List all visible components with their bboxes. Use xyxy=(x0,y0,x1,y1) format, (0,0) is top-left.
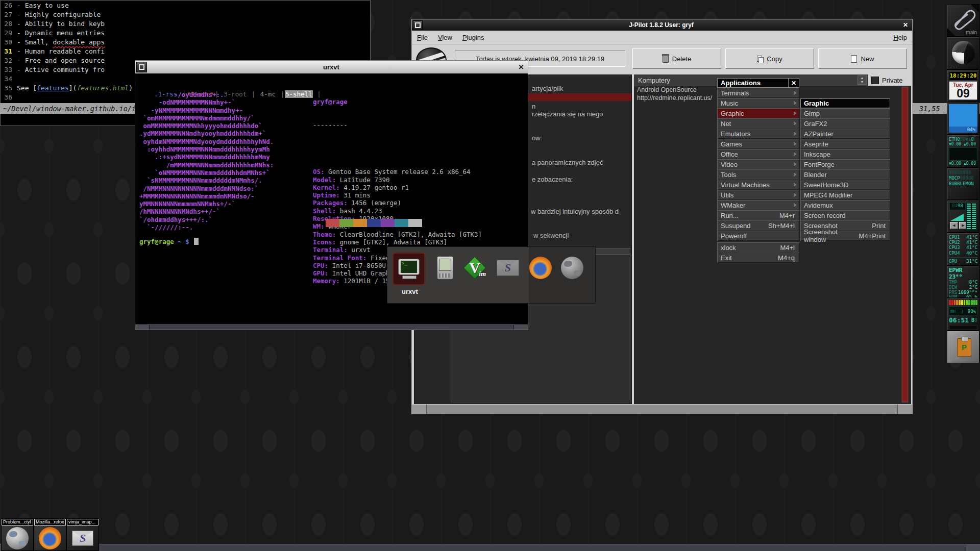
delete-button[interactable]: Delete xyxy=(632,48,721,69)
menu-item[interactable]: Emulators xyxy=(717,129,799,139)
menu-item[interactable]: Terminals xyxy=(717,88,799,98)
miniaturize-button[interactable] xyxy=(413,20,423,30)
led-segment xyxy=(949,300,951,305)
copy-button[interactable]: Copy xyxy=(725,48,814,69)
menu-view[interactable]: View xyxy=(433,34,457,41)
new-button[interactable]: New xyxy=(818,48,907,69)
mixer-dockapp[interactable]: 8498 ◀ ▶ xyxy=(947,200,979,233)
menu-item[interactable]: Avidemux xyxy=(800,200,890,210)
jpilot-pda-icon[interactable] xyxy=(433,256,457,280)
line-text: - Small, dockable apps xyxy=(17,38,105,47)
resize-corner-right[interactable] xyxy=(513,325,528,330)
menu-item[interactable]: FontForge xyxy=(800,159,890,169)
menu-item[interactable]: SweetHome3D xyxy=(800,180,890,190)
led-segment xyxy=(954,300,956,305)
menu-item[interactable]: Gimp xyxy=(800,108,890,118)
clip-dockapp[interactable]: main xyxy=(947,4,979,37)
sphere-clock-dockapp[interactable]: ... xyxy=(947,37,979,69)
submenu-arrow-icon xyxy=(794,142,797,146)
menu-item[interactable]: Virtual Machines xyxy=(717,180,799,190)
menu-item[interactable]: Aseprite xyxy=(800,139,890,149)
menu-item[interactable]: Exit M4+q xyxy=(717,253,799,263)
menu-item[interactable]: Susupend Sh+M4+l xyxy=(717,220,799,231)
graphic-submenu: Graphic Gimp GraFX2 AZPainter Aseprite I… xyxy=(800,98,890,241)
bubblemon-dockapp[interactable]: X8888888 MOCP88888 BUBBLEMON xyxy=(947,167,979,200)
urxvt-window-title: urxvt xyxy=(147,63,516,71)
notes-dockapp[interactable]: P xyxy=(947,331,979,363)
menu-item[interactable]: Inkscape xyxy=(800,149,890,159)
menu-plugins[interactable]: Plugins xyxy=(457,34,489,41)
close-icon[interactable]: ✕ xyxy=(900,20,911,30)
jpilot-resizebar[interactable] xyxy=(412,404,912,414)
blue-monitor-dockapp[interactable]: 04% xyxy=(947,102,979,135)
resize-corner-left[interactable] xyxy=(135,325,150,330)
jpilot-window-title: J-Pilot 1.8.2 User: gryf xyxy=(423,21,900,29)
terminal-tab[interactable]: 5-shell xyxy=(285,90,313,98)
switcher-selected-label: urxvt xyxy=(402,288,418,295)
menu-file[interactable]: File xyxy=(412,34,433,41)
browser-globe-icon[interactable] xyxy=(560,256,584,280)
mixer-prev-button[interactable]: ◀ xyxy=(950,222,958,229)
line-text: - Ability to bind keyb xyxy=(17,19,105,29)
miniwindow-mail[interactable]: vimja_imap... S xyxy=(66,518,99,551)
line-number: 33 xyxy=(0,65,12,74)
line-number: 29 xyxy=(0,29,12,38)
switcher-selected-urxvt[interactable]: >_ xyxy=(393,253,425,285)
menu-item[interactable]: Tools xyxy=(717,169,799,180)
jpilot-titlebar[interactable]: J-Pilot 1.8.2 User: gryf ✕ xyxy=(412,19,912,31)
resize-corner-right[interactable] xyxy=(966,544,980,551)
menu-item[interactable]: Poweroff xyxy=(717,231,799,241)
menu-item[interactable]: Music xyxy=(717,98,799,108)
miniaturize-button[interactable] xyxy=(136,62,147,72)
mail-client-icon[interactable]: S xyxy=(496,256,520,280)
menu-item[interactable]: Graphic xyxy=(717,108,799,118)
network-monitor-dockapp[interactable]: ETH088▼▲8 ▼0.00 ▲0.00 ▼0.00 ▲0.00 xyxy=(947,135,979,167)
vim-resizebar[interactable] xyxy=(0,544,980,551)
menu-item[interactable]: xlock M4+l xyxy=(717,242,799,253)
scrollbar-thumb[interactable] xyxy=(902,87,908,402)
menu-item[interactable]: Video xyxy=(717,159,799,169)
menu-help[interactable]: Help xyxy=(888,34,912,41)
firefox-icon[interactable] xyxy=(529,256,552,280)
temperature-dockapp[interactable]: CPU141°CCPU241°CCPU341°CCPU440°CGPU31°C xyxy=(947,233,979,265)
miniwindow-problem[interactable]: Problem...ctyl xyxy=(1,518,34,551)
submenu-arrow-icon xyxy=(794,183,797,187)
paperclip-icon xyxy=(951,8,976,30)
memo-text-fragment: e zobaczenia: xyxy=(532,176,573,183)
weather-dockapp[interactable]: EPWR 23⁰⁰ TMP8°CDEW2°CPRS1009ʰᴾᵃHUM65 %W… xyxy=(947,265,979,298)
menu-item[interactable]: Office xyxy=(717,149,799,159)
spinner-control[interactable]: ▲▼ xyxy=(857,76,867,85)
menu-item[interactable]: Screenshot window M4+Print xyxy=(800,231,890,241)
menu-item[interactable]: MPEG4 Modifier xyxy=(800,190,890,200)
terminal-tab[interactable]: | xyxy=(280,90,285,98)
menu-item[interactable]: Utils xyxy=(717,190,799,200)
applications-menu-title[interactable]: Applications xyxy=(717,78,789,88)
menu-item[interactable]: GraFX2 xyxy=(800,118,890,129)
led-segment xyxy=(971,300,973,305)
calendar-clock-dockapp[interactable]: 18:29:20 Tue, Apr 09 xyxy=(947,69,979,102)
vim-icon[interactable]: Vim xyxy=(463,256,486,280)
resize-corner-right[interactable] xyxy=(897,405,912,414)
close-icon[interactable]: ✕ xyxy=(789,78,799,88)
close-icon[interactable]: ✕ xyxy=(516,62,527,72)
graphic-submenu-title[interactable]: Graphic xyxy=(800,98,890,108)
menu-item[interactable]: AZPainter xyxy=(800,129,890,139)
menu-item[interactable]: Screen record xyxy=(800,210,890,220)
volume-wedge[interactable] xyxy=(950,214,964,221)
resize-corner-left[interactable] xyxy=(412,405,427,414)
battery-dockapp[interactable]: 90% 06:51 B8 xyxy=(947,298,979,331)
menu-item[interactable]: Run... M4+r xyxy=(717,210,799,220)
urxvt-titlebar[interactable]: urxvt ✕ xyxy=(135,61,528,73)
clipboard-icon: P xyxy=(957,338,971,357)
color-swatch xyxy=(339,219,353,227)
menu-item[interactable]: Games xyxy=(717,139,799,149)
menu-item[interactable]: Blender xyxy=(800,169,890,180)
trash-icon xyxy=(663,55,669,63)
private-checkbox[interactable] xyxy=(871,77,879,84)
urxvt-resizebar[interactable] xyxy=(135,324,528,330)
menu-item[interactable]: WMaker xyxy=(717,200,799,210)
line-number: 30 xyxy=(0,38,12,47)
miniwindow-firefox[interactable]: Mozilla...refox xyxy=(34,518,66,551)
menu-item[interactable]: Net xyxy=(717,118,799,129)
vertical-scrollbar[interactable] xyxy=(901,86,909,404)
